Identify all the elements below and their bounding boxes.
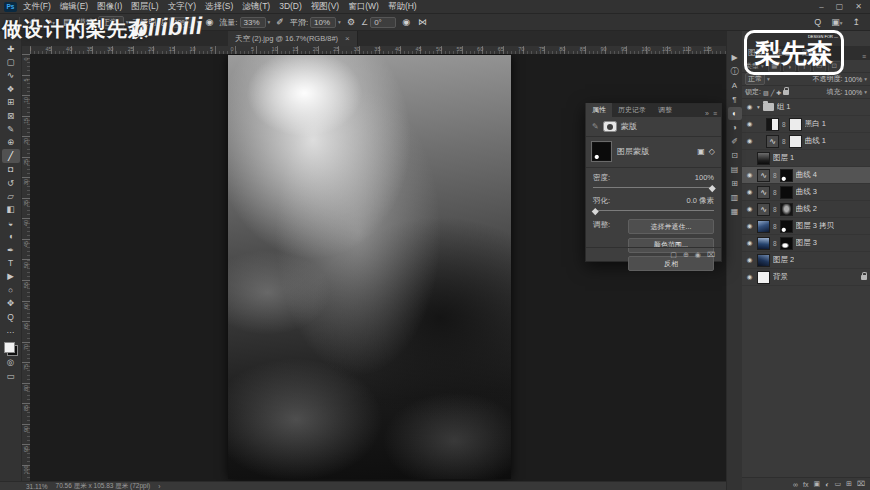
actions-icon[interactable]: ▶ — [728, 51, 742, 64]
document-image[interactable] — [228, 55, 511, 479]
path-selection-tool-icon[interactable]: ▶ — [2, 270, 20, 283]
tab-close-icon[interactable]: × — [345, 34, 350, 43]
layer-row[interactable]: ◉8图层 3 拷贝 — [742, 218, 870, 235]
menu-item[interactable]: 文字(Y) — [168, 1, 196, 13]
layer-thumbnail[interactable] — [757, 237, 770, 250]
layer-thumbnail[interactable] — [757, 271, 770, 284]
link-layers-icon[interactable]: ∞ — [793, 481, 798, 488]
mask-thumbnail[interactable] — [780, 169, 793, 182]
menu-item[interactable]: 视图(V) — [311, 1, 339, 13]
angle-field[interactable]: ∠ 0° — [361, 17, 396, 28]
eyedropper-tool-icon[interactable]: ✎ — [2, 122, 20, 135]
channels-icon[interactable]: ▥ — [728, 191, 742, 204]
load-selection-icon[interactable]: ▢ — [670, 251, 677, 259]
visibility-toggle-icon[interactable]: ◉ — [745, 137, 754, 145]
share-icon[interactable]: ↥ — [852, 17, 860, 27]
paths-icon[interactable]: ▦ — [728, 205, 742, 218]
eraser-tool-icon[interactable]: ▱ — [2, 189, 20, 202]
shape-tool-icon[interactable]: ○ — [2, 283, 20, 296]
close-button[interactable]: ✕ — [855, 2, 862, 11]
visibility-toggle-icon[interactable]: ◉ — [745, 205, 754, 213]
feather-value[interactable]: 0.0 像素 — [686, 196, 714, 206]
smoothing-value[interactable]: 10% — [310, 17, 336, 28]
layer-row[interactable]: ◉∿8曲线 4 — [742, 167, 870, 184]
flow-value[interactable]: 33% — [240, 17, 266, 28]
refine-button[interactable]: 选择并遮住... — [628, 219, 714, 234]
menu-item[interactable]: 3D(D) — [279, 1, 302, 13]
mask-thumbnail[interactable] — [789, 135, 802, 148]
feather-slider[interactable] — [593, 207, 714, 214]
tab-properties[interactable]: 属性 — [586, 103, 612, 117]
history-brush-tool-icon[interactable]: ↺ — [2, 176, 20, 189]
foreground-color-swatch[interactable] — [4, 342, 15, 353]
curves-adjustment-thumbnail[interactable]: ∿ — [757, 203, 770, 216]
delete-layer-icon[interactable]: ⌧ — [857, 480, 865, 488]
status-caret-icon[interactable]: › — [158, 483, 160, 490]
layer-thumbnail[interactable] — [757, 254, 770, 267]
screen-mode-icon[interactable]: ▭ — [2, 369, 20, 382]
zoom-level[interactable]: 31.11% — [26, 483, 48, 490]
bw-adjustment-thumbnail[interactable] — [766, 118, 779, 131]
pressure-opacity-icon[interactable]: ◉ — [203, 17, 215, 27]
pixel-mask-icon[interactable]: ▣ — [697, 147, 705, 156]
apply-mask-icon[interactable]: ⊕ — [683, 251, 689, 259]
info-icon[interactable]: ⓘ — [728, 65, 742, 78]
restore-button[interactable]: ▢ — [836, 2, 844, 11]
visibility-toggle-icon[interactable]: ◉ — [745, 239, 754, 247]
visibility-toggle-icon[interactable]: ◉ — [745, 103, 754, 111]
mask-thumbnail[interactable] — [780, 237, 793, 250]
layer-opacity-value[interactable]: 100% — [844, 76, 862, 83]
lock-all-icon[interactable] — [783, 90, 789, 95]
quick-mask-icon[interactable]: ◎ — [2, 356, 20, 369]
visibility-toggle-icon[interactable]: ◉ — [745, 256, 754, 264]
panel-menu-icon[interactable]: ≡ — [713, 110, 717, 117]
brush-settings-icon[interactable]: ✐ — [728, 135, 742, 148]
airbrush-icon[interactable]: ✐ — [274, 17, 286, 27]
menu-item[interactable]: 编辑(E) — [60, 1, 88, 13]
adjustments-icon[interactable]: ◐ — [728, 107, 742, 120]
layer-row[interactable]: ◉▾组 1 — [742, 99, 870, 116]
zoom-tool-icon[interactable]: Q — [2, 310, 20, 323]
histogram-icon[interactable]: ⊞ — [728, 177, 742, 190]
curves-adjustment-thumbnail[interactable]: ∿ — [757, 169, 770, 182]
layer-thumbnail[interactable] — [757, 152, 770, 165]
smoothing-gear-icon[interactable]: ⚙ — [345, 17, 357, 27]
gradient-tool-icon[interactable]: ◧ — [2, 203, 20, 216]
toggle-mask-visibility-icon[interactable]: ◉ — [695, 251, 701, 259]
lock-position-icon[interactable]: ✚ — [776, 89, 781, 96]
menu-item[interactable]: 帮助(H) — [388, 1, 417, 13]
clone-stamp-tool-icon[interactable]: ◘ — [2, 163, 20, 176]
layer-row[interactable]: ◉图层 2 — [742, 252, 870, 269]
layer-row[interactable]: 图层 1 — [742, 150, 870, 167]
mask-thumbnail[interactable] — [592, 142, 611, 161]
layer-row[interactable]: ◉8黑白 1 — [742, 116, 870, 133]
angle-value[interactable]: 0° — [370, 17, 396, 28]
fill-value[interactable]: 100% — [844, 89, 862, 96]
pressure-size-icon[interactable]: ◉ — [400, 17, 412, 27]
smudge-tool-icon[interactable]: ◒ — [2, 216, 20, 229]
new-layer-icon[interactable]: ⊞ — [846, 480, 852, 488]
new-adjustment-icon[interactable]: ◐ — [825, 481, 829, 488]
type-tool-icon[interactable]: T — [2, 256, 20, 269]
frame-tool-icon[interactable]: ⊠ — [2, 109, 20, 122]
workspace-icon[interactable]: ▣▾ — [831, 17, 842, 27]
color-swatches[interactable] — [4, 342, 18, 356]
healing-brush-tool-icon[interactable]: ⊕ — [2, 136, 20, 149]
quick-selection-tool-icon[interactable]: ❖ — [2, 82, 20, 95]
density-slider-knob[interactable] — [709, 185, 715, 191]
lasso-tool-icon[interactable]: ∿ — [2, 69, 20, 82]
menu-item[interactable]: 文件(F) — [23, 1, 51, 13]
mask-thumbnail[interactable] — [780, 220, 793, 233]
visibility-toggle-icon[interactable]: ◉ — [745, 120, 754, 128]
delete-mask-icon[interactable]: ⌧ — [707, 251, 715, 259]
pen-tool-icon[interactable]: ✒ — [2, 243, 20, 256]
mask-thumbnail[interactable] — [789, 118, 802, 131]
layer-row[interactable]: ◉∿8曲线 1 — [742, 133, 870, 150]
mask-thumbnail[interactable] — [780, 203, 793, 216]
menu-item[interactable]: 选择(S) — [205, 1, 233, 13]
visibility-toggle-icon[interactable]: ◉ — [745, 273, 754, 281]
minimize-button[interactable]: – — [819, 2, 823, 11]
flow-field[interactable]: 流量: 33%▾ — [219, 17, 270, 28]
vector-mask-icon[interactable]: ◇ — [709, 147, 715, 156]
tab-adjustments[interactable]: 调整 — [652, 103, 678, 117]
